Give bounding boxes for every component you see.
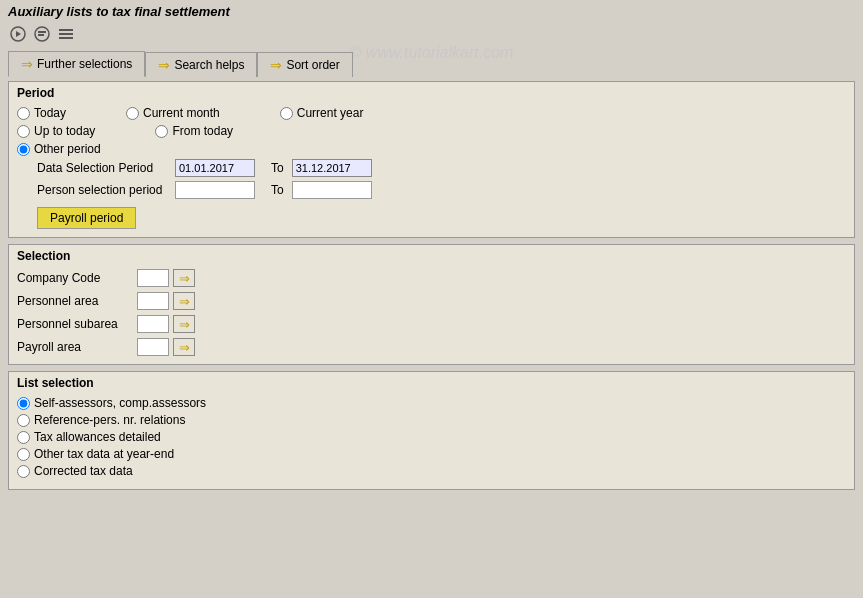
- radio-current-month[interactable]: Current month: [126, 106, 220, 120]
- forward-icon[interactable]: [32, 24, 52, 44]
- list-selection-section: List selection Self-assessors, comp.asse…: [8, 371, 855, 490]
- data-selection-to-input[interactable]: [292, 159, 372, 177]
- list-radio-other-tax-data-input[interactable]: [17, 448, 30, 461]
- payroll-area-label: Payroll area: [17, 340, 137, 354]
- radio-other-period[interactable]: Other period: [17, 142, 101, 156]
- window-title: Auxiliary lists to tax final settlement: [0, 0, 863, 21]
- tab-further-selections[interactable]: ⇒ Further selections: [8, 51, 145, 77]
- personnel-area-input[interactable]: [137, 292, 169, 310]
- svg-marker-1: [16, 31, 21, 37]
- person-selection-to-label: To: [271, 183, 284, 197]
- radio-up-to-today-input[interactable]: [17, 125, 30, 138]
- radio-current-month-input[interactable]: [126, 107, 139, 120]
- personnel-subarea-input[interactable]: [137, 315, 169, 333]
- personnel-subarea-arrow[interactable]: ⇒: [173, 315, 195, 333]
- radio-other-period-label: Other period: [34, 142, 101, 156]
- tab-further-arrow: ⇒: [21, 56, 33, 72]
- svg-rect-4: [38, 34, 44, 36]
- data-selection-period-label: Data Selection Period: [37, 161, 167, 175]
- tab-search-arrow: ⇒: [158, 57, 170, 73]
- list-radio-corrected-tax[interactable]: Corrected tax data: [17, 464, 846, 478]
- payroll-area-input[interactable]: [137, 338, 169, 356]
- svg-rect-3: [38, 31, 46, 33]
- svg-rect-6: [59, 33, 73, 35]
- personnel-subarea-label: Personnel subarea: [17, 317, 137, 331]
- person-selection-to-input[interactable]: [292, 181, 372, 199]
- list-radio-other-tax-data-label: Other tax data at year-end: [34, 447, 174, 461]
- radio-today-label: Today: [34, 106, 66, 120]
- list-radio-other-tax-data[interactable]: Other tax data at year-end: [17, 447, 846, 461]
- data-selection-to-label: To: [271, 161, 284, 175]
- tab-sort-order[interactable]: ⇒ Sort order: [257, 52, 352, 77]
- toolbar: [0, 21, 863, 47]
- list-radio-reference-pers-label: Reference-pers. nr. relations: [34, 413, 185, 427]
- company-code-input[interactable]: [137, 269, 169, 287]
- radio-today-input[interactable]: [17, 107, 30, 120]
- person-selection-period-row: Person selection period To: [37, 181, 846, 199]
- data-selection-from-input[interactable]: [175, 159, 255, 177]
- list-radio-self-assessors-input[interactable]: [17, 397, 30, 410]
- list-radio-corrected-tax-input[interactable]: [17, 465, 30, 478]
- main-content: Period Today Current month Current year …: [0, 77, 863, 494]
- radio-up-to-today-label: Up to today: [34, 124, 95, 138]
- period-row-1: Today Current month Current year: [17, 106, 846, 120]
- list-radio-reference-pers-input[interactable]: [17, 414, 30, 427]
- period-row-2: Up to today From today: [17, 124, 846, 138]
- selection-section-title: Selection: [17, 249, 846, 263]
- svg-rect-5: [59, 29, 73, 31]
- person-selection-period-label: Person selection period: [37, 183, 167, 197]
- radio-from-today-label: From today: [172, 124, 233, 138]
- list-radio-reference-pers[interactable]: Reference-pers. nr. relations: [17, 413, 846, 427]
- payroll-period-button[interactable]: Payroll period: [37, 207, 136, 229]
- period-section: Period Today Current month Current year …: [8, 81, 855, 238]
- tab-further-label: Further selections: [37, 57, 132, 71]
- radio-from-today-input[interactable]: [155, 125, 168, 138]
- list-radio-tax-allowances-label: Tax allowances detailed: [34, 430, 161, 444]
- radio-current-year-input[interactable]: [280, 107, 293, 120]
- personnel-area-arrow[interactable]: ⇒: [173, 292, 195, 310]
- menu-icon[interactable]: [56, 24, 76, 44]
- tab-bar: ⇒ Further selections ⇒ Search helps ⇒ So…: [0, 47, 863, 77]
- list-radio-tax-allowances-input[interactable]: [17, 431, 30, 444]
- selection-section: Selection Company Code ⇒ Personnel area …: [8, 244, 855, 365]
- list-radio-corrected-tax-label: Corrected tax data: [34, 464, 133, 478]
- svg-rect-7: [59, 37, 73, 39]
- selection-grid: Company Code ⇒ Personnel area ⇒ Personne…: [17, 269, 846, 356]
- list-radio-self-assessors-label: Self-assessors, comp.assessors: [34, 396, 206, 410]
- list-selection-title: List selection: [17, 376, 846, 390]
- personnel-area-label: Personnel area: [17, 294, 137, 308]
- period-row-3: Other period: [17, 142, 846, 156]
- list-radio-tax-allowances[interactable]: Tax allowances detailed: [17, 430, 846, 444]
- radio-other-period-input[interactable]: [17, 143, 30, 156]
- company-code-label: Company Code: [17, 271, 137, 285]
- period-section-title: Period: [17, 86, 846, 100]
- company-code-arrow[interactable]: ⇒: [173, 269, 195, 287]
- tab-sort-arrow: ⇒: [270, 57, 282, 73]
- back-icon[interactable]: [8, 24, 28, 44]
- person-selection-from-input[interactable]: [175, 181, 255, 199]
- list-radio-self-assessors[interactable]: Self-assessors, comp.assessors: [17, 396, 846, 410]
- radio-from-today[interactable]: From today: [155, 124, 233, 138]
- payroll-area-arrow[interactable]: ⇒: [173, 338, 195, 356]
- radio-today[interactable]: Today: [17, 106, 66, 120]
- data-selection-period-row: Data Selection Period To: [37, 159, 846, 177]
- tab-search-label: Search helps: [174, 58, 244, 72]
- tab-sort-label: Sort order: [286, 58, 339, 72]
- radio-current-year[interactable]: Current year: [280, 106, 364, 120]
- radio-up-to-today[interactable]: Up to today: [17, 124, 95, 138]
- radio-current-year-label: Current year: [297, 106, 364, 120]
- radio-current-month-label: Current month: [143, 106, 220, 120]
- tab-search-helps[interactable]: ⇒ Search helps: [145, 52, 257, 77]
